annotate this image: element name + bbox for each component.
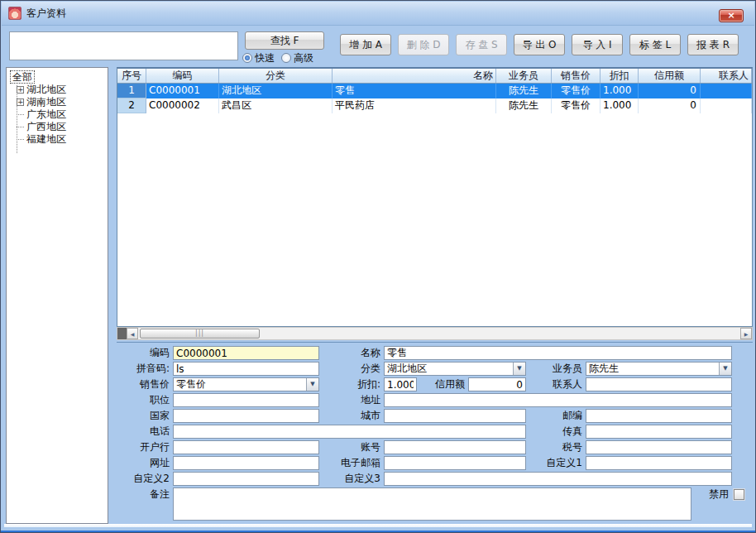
tree-node: + 湖南地区 [10, 96, 108, 108]
toolbar: 增 加 A 删 除 D 存 盘 S 导 出 O 导 入 I 标 签 L 报 表 … [340, 34, 739, 55]
fax-input[interactable] [586, 425, 732, 439]
form-row: 职位 地址 [117, 393, 753, 407]
tree-node: 广东地区 [10, 108, 108, 121]
find-button[interactable]: 查找 F [245, 31, 324, 50]
label-button[interactable]: 标 签 L [629, 34, 681, 55]
form-row: 开户行 账号 税号 [117, 440, 753, 454]
country-input[interactable] [173, 409, 319, 423]
custom2-input[interactable] [173, 472, 319, 486]
horizontal-scrollbar[interactable]: ◀ ||| ▶ [117, 327, 753, 340]
scroll-right-icon[interactable]: ▶ [740, 328, 752, 339]
close-button[interactable]: × [719, 9, 744, 22]
tree-node: + 湖北地区 [10, 84, 108, 96]
app-avatar-icon [8, 7, 22, 20]
fax-label: 传真 [526, 425, 586, 439]
search-input[interactable] [9, 31, 238, 60]
tree-leaf-connector [17, 114, 24, 115]
category-value: 湖北地区 [385, 363, 513, 375]
chevron-down-icon[interactable]: ▼ [513, 363, 525, 375]
pinyin-label: 拼音码: [117, 362, 173, 376]
expand-plus-icon[interactable]: + [17, 86, 24, 94]
scroll-left-icon[interactable]: ◀ [127, 328, 138, 339]
scrollbar-corner [117, 328, 127, 339]
customer-data-window: 客户资料 × 查找 F 快速 高级 增 加 A 删 除 D 存 盘 S 导 出 … [0, 0, 756, 533]
cell-credit: 0 [639, 84, 701, 98]
address-input[interactable] [384, 393, 732, 407]
customer-table: 序号 编码 分类 名称 业务员 销售价 折扣 信用额 联系人 1 C000000… [117, 67, 753, 327]
column-header-category[interactable]: 分类 [219, 69, 333, 83]
remark-textarea[interactable] [173, 487, 691, 521]
column-header-index[interactable]: 序号 [117, 69, 146, 83]
cell-code: C0000001 [146, 84, 219, 98]
import-button[interactable]: 导 入 I [572, 34, 623, 55]
form-row: 拼音码: 分类 湖北地区 ▼ 业务员 陈先生 ▼ [117, 362, 753, 376]
expand-plus-icon[interactable]: + [17, 98, 24, 106]
cell-discount: 1.000 [600, 98, 639, 113]
window-title: 客户资料 [26, 7, 66, 21]
website-input[interactable] [173, 456, 319, 470]
disable-label: 禁用 [709, 487, 729, 502]
cell-index: 1 [117, 84, 146, 98]
tree-node-all[interactable]: 全部 [10, 70, 35, 84]
position-input[interactable] [173, 393, 319, 407]
pinyin-input[interactable] [173, 362, 319, 376]
radio-advanced[interactable]: 高级 [281, 51, 313, 65]
column-header-code[interactable]: 编码 [146, 69, 219, 83]
chevron-down-icon[interactable]: ▼ [306, 378, 318, 391]
cell-name: 平民药店 [333, 98, 496, 113]
radio-quick-label: 快速 [255, 51, 275, 65]
radio-advanced-label: 高级 [294, 51, 313, 65]
report-button[interactable]: 报 表 R [687, 34, 739, 55]
zip-input[interactable] [586, 409, 732, 423]
salesman-combobox[interactable]: 陈先生 ▼ [586, 362, 732, 376]
website-label: 网址 [117, 456, 173, 470]
category-combobox[interactable]: 湖北地区 ▼ [384, 362, 526, 376]
export-button[interactable]: 导 出 O [514, 34, 565, 55]
price-combobox[interactable]: 零售价 ▼ [173, 377, 319, 391]
salesman-label: 业务员 [526, 362, 586, 376]
close-icon: × [727, 10, 734, 21]
name-input[interactable] [384, 346, 732, 360]
column-header-price[interactable]: 销售价 [552, 69, 600, 83]
tax-input[interactable] [586, 440, 732, 454]
scrollbar-thumb[interactable]: ||| [140, 329, 260, 339]
account-input[interactable] [384, 440, 526, 454]
custom3-input[interactable] [384, 472, 732, 486]
scrollbar-track[interactable]: ||| [138, 328, 740, 339]
email-input[interactable] [384, 456, 526, 470]
custom1-input[interactable] [586, 456, 732, 470]
column-header-name[interactable]: 名称 [333, 69, 496, 83]
radio-quick[interactable]: 快速 [242, 51, 275, 65]
radio-selected-icon [242, 53, 252, 63]
column-header-discount[interactable]: 折扣 [600, 69, 639, 83]
column-header-contact[interactable]: 联系人 [701, 69, 752, 83]
column-header-credit[interactable]: 信用额 [639, 69, 701, 83]
column-header-salesman[interactable]: 业务员 [496, 69, 552, 83]
city-input[interactable] [384, 409, 526, 423]
tree-node-label[interactable]: 福建地区 [26, 132, 66, 146]
chevron-down-icon[interactable]: ▼ [719, 363, 731, 375]
credit-input[interactable] [468, 377, 526, 391]
city-label: 城市 [319, 409, 384, 423]
add-button[interactable]: 增 加 A [340, 34, 391, 55]
country-label: 国家 [117, 409, 173, 423]
table-row[interactable]: 2 C0000002 武昌区 平民药店 陈先生 零售价 1.000 0 [117, 98, 752, 113]
table-row[interactable]: 1 C0000001 湖北地区 零售 陈先生 零售价 1.000 0 [117, 84, 752, 98]
zip-label: 邮编 [526, 409, 586, 423]
cell-contact [701, 98, 752, 113]
cell-category: 湖北地区 [219, 84, 333, 98]
contact-input[interactable] [586, 377, 732, 391]
form-row: 国家 城市 邮编 [117, 409, 753, 423]
salesman-value: 陈先生 [586, 363, 719, 375]
window-bottom-edge [1, 531, 755, 532]
tree-leaf-connector [17, 127, 24, 127]
bank-input[interactable] [173, 440, 319, 454]
custom3-label: 自定义3 [319, 472, 384, 486]
disable-checkbox[interactable] [734, 489, 744, 500]
discount-input[interactable] [384, 377, 417, 391]
tree-node: 广西地区 [10, 121, 108, 133]
custom1-label: 自定义1 [526, 456, 586, 470]
code-input[interactable] [173, 346, 319, 360]
discount-label: 折扣: [319, 377, 384, 391]
phone-input[interactable] [173, 425, 526, 439]
